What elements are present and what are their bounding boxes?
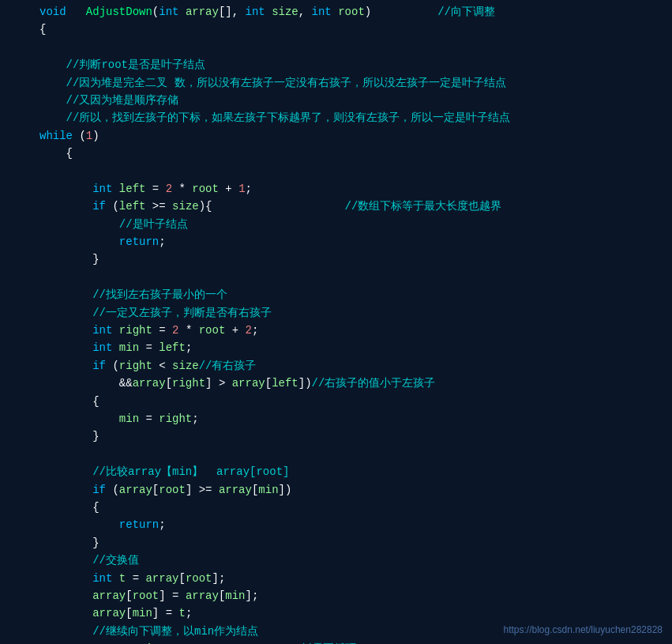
code-text: int min = left; [39, 339, 666, 356]
code-text: { [39, 145, 666, 162]
code-line [0, 39, 672, 56]
code-text: //是叶子结点 [39, 216, 666, 233]
code-text: &&array[right] > array[left])//右孩子的值小于左孩… [39, 375, 666, 392]
code-text: { [39, 21, 666, 38]
code-text: { [39, 393, 666, 410]
code-line: { [0, 393, 672, 410]
code-text: } [39, 534, 666, 552]
code-line: { [0, 145, 672, 162]
code-line: //判断root是否是叶子结点 [0, 56, 672, 73]
code-text: //所以，找到左孩子的下标，如果左孩子下标越界了，则没有左孩子，所以一定是叶子结… [39, 109, 666, 126]
code-text [39, 446, 666, 463]
code-line: array[min] = t; [0, 604, 672, 622]
code-line: //交换值 [0, 552, 672, 569]
code-line: //因为堆是完全二叉 数，所以没有左孩子一定没有右孩子，所以没左孩子一定是叶子结… [0, 74, 672, 92]
code-text: //一定又左孩子，判断是否有右孩子 [39, 304, 666, 322]
code-text: int t = array[root]; [39, 570, 666, 587]
code-line: if (array[root] >= array[min]) [0, 481, 672, 499]
code-text: } [39, 250, 666, 268]
code-line: array[root] = array[min]; [0, 587, 672, 604]
code-text: //找到左右孩子最小的一个 [39, 286, 666, 303]
code-text: //判断root是否是叶子结点 [39, 56, 666, 73]
code-text: { [39, 499, 666, 516]
code-line: { [0, 499, 672, 516]
code-text: int left = 2 * root + 1; [39, 180, 666, 198]
code-text: //又因为堆是顺序存储 [39, 92, 666, 109]
code-line: return; [0, 516, 672, 533]
code-text: array[root] = array[min]; [39, 587, 666, 604]
code-line: int t = array[root]; [0, 570, 672, 587]
code-line: return; [0, 233, 672, 250]
code-text: root = min; //需要循环 [39, 640, 666, 644]
code-text: } [39, 427, 666, 445]
code-line: //是叶子结点 [0, 216, 672, 233]
code-text: min = right; [39, 410, 666, 427]
code-line [0, 163, 672, 180]
code-line: //一定又左孩子，判断是否有右孩子 [0, 304, 672, 322]
code-line: while (1) [0, 127, 672, 145]
code-line: } [0, 534, 672, 552]
code-text: int right = 2 * root + 2; [39, 322, 666, 339]
code-line: //找到左右孩子最小的一个 [0, 286, 672, 303]
code-line [0, 269, 672, 286]
code-line: } [0, 250, 672, 268]
code-text [39, 39, 666, 56]
code-text: array[min] = t; [39, 604, 666, 622]
code-text: if (left >= size){ //数组下标等于最大长度也越界 [39, 198, 666, 215]
code-text: if (array[root] >= array[min]) [39, 481, 666, 499]
code-text: void AdjustDown(int array[], int size, i… [39, 3, 666, 21]
code-line: root = min; //需要循环 [0, 640, 672, 644]
code-text [39, 269, 666, 286]
watermark: https://blog.csdn.net/liuyuchen282828 [504, 623, 663, 638]
code-line [0, 446, 672, 463]
code-text: return; [39, 516, 666, 533]
code-line: //比较array【min】 array[root] [0, 463, 672, 480]
code-line: int min = left; [0, 339, 672, 356]
code-text: return; [39, 233, 666, 250]
code-line: if (left >= size){ //数组下标等于最大长度也越界 [0, 198, 672, 215]
code-text [39, 163, 666, 180]
code-text: //比较array【min】 array[root] [39, 463, 666, 480]
code-line: &&array[right] > array[left])//右孩子的值小于左孩… [0, 375, 672, 392]
code-text: if (right < size//有右孩子 [39, 357, 666, 375]
code-line: if (right < size//有右孩子 [0, 357, 672, 375]
code-line: //所以，找到左孩子的下标，如果左孩子下标越界了，则没有左孩子，所以一定是叶子结… [0, 109, 672, 126]
code-text: //因为堆是完全二叉 数，所以没有左孩子一定没有右孩子，所以没左孩子一定是叶子结… [39, 74, 666, 92]
code-editor: void AdjustDown(int array[], int size, i… [0, 0, 672, 644]
code-line: } [0, 427, 672, 445]
code-line: int right = 2 * root + 2; [0, 322, 672, 339]
code-line: //又因为堆是顺序存储 [0, 92, 672, 109]
code-line: int left = 2 * root + 1; [0, 180, 672, 198]
code-line: { [0, 21, 672, 38]
code-line: min = right; [0, 410, 672, 427]
code-text: //交换值 [39, 552, 666, 569]
code-text: while (1) [39, 127, 666, 145]
code-line: void AdjustDown(int array[], int size, i… [0, 3, 672, 21]
